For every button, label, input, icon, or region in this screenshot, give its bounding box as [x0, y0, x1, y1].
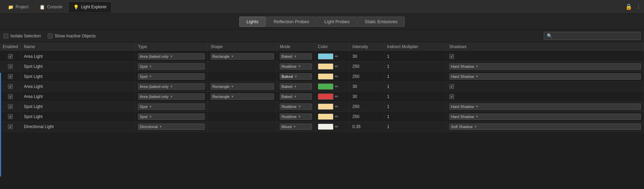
- tab-lights[interactable]: Lights: [239, 17, 266, 27]
- row-1-shadows[interactable]: Hard Shadow▼: [447, 62, 644, 72]
- row-3-type[interactable]: Area (baked only▼: [135, 82, 208, 92]
- row-4-type[interactable]: Area (baked only▼: [135, 92, 208, 102]
- tab-light-probes[interactable]: Light Probes: [317, 17, 357, 27]
- row-0-type[interactable]: Area (baked only▼: [135, 52, 208, 62]
- row-3-indirect-multiplier[interactable]: 1: [384, 82, 447, 92]
- row-7-mode[interactable]: Mixed▼: [277, 122, 315, 132]
- row-3-checkbox[interactable]: [8, 84, 13, 89]
- row-4-mode-select[interactable]: Baked▼: [280, 93, 312, 100]
- search-box[interactable]: 🔍: [544, 32, 641, 40]
- row-5-shadows[interactable]: Hard Shadow▼: [447, 102, 644, 112]
- row-1-shadow-select[interactable]: Hard Shadow▼: [449, 63, 641, 70]
- row-1-mode-select[interactable]: Realtime▼: [280, 63, 312, 70]
- row-2-mode[interactable]: Baked▼: [277, 72, 315, 82]
- row-3-mode-select[interactable]: Baked▼: [280, 83, 312, 90]
- row-7-checkbox[interactable]: [8, 124, 13, 129]
- row-4-intensity[interactable]: 30: [350, 92, 384, 102]
- row-4-shape[interactable]: Rectangle▼: [208, 92, 277, 102]
- row-3-color[interactable]: ✏: [315, 82, 350, 92]
- row-6-intensity[interactable]: 250: [350, 112, 384, 122]
- row-4-shape-select[interactable]: Rectangle▼: [211, 93, 274, 100]
- row-3-intensity[interactable]: 30: [350, 82, 384, 92]
- lock-icon[interactable]: 🔒: [625, 3, 632, 10]
- row-7-color[interactable]: ✏: [315, 122, 350, 132]
- row-5-checkbox[interactable]: [8, 104, 13, 109]
- isolate-selection-item[interactable]: Isolate Selection: [3, 34, 41, 38]
- row-6-mode[interactable]: Realtime▼: [277, 112, 315, 122]
- row-5-type-select[interactable]: Spot▼: [138, 104, 205, 110]
- show-inactive-checkbox[interactable]: [48, 34, 53, 38]
- row-5-intensity[interactable]: 250: [350, 102, 384, 112]
- row-7-intensity[interactable]: 0.35: [350, 122, 384, 132]
- tab-static-emissives[interactable]: Static Emissives: [358, 17, 405, 27]
- row-6-type-select[interactable]: Spot▼: [138, 114, 205, 120]
- row-5-swatch[interactable]: [318, 104, 333, 110]
- row-1-swatch[interactable]: [318, 63, 333, 70]
- row-7-swatch[interactable]: [318, 124, 333, 130]
- row-7-shadow-select[interactable]: Soft Shadow▼: [449, 124, 641, 130]
- row-3-shape-select[interactable]: Rectangle▼: [211, 83, 274, 90]
- row-0-shape-select[interactable]: Rectangle▼: [211, 53, 274, 60]
- eyedropper-icon[interactable]: ✏: [335, 104, 338, 109]
- row-1-type-select[interactable]: Spot▼: [138, 63, 205, 70]
- row-1-indirect-multiplier[interactable]: 1: [384, 62, 447, 72]
- eyedropper-icon[interactable]: ✏: [335, 124, 338, 129]
- tab-project[interactable]: 📁 Project: [3, 1, 34, 12]
- row-6-checkbox[interactable]: [8, 114, 13, 119]
- row-1-shape[interactable]: [208, 62, 277, 72]
- row-3-shape[interactable]: Rectangle▼: [208, 82, 277, 92]
- row-0-indirect-multiplier[interactable]: 1: [384, 52, 447, 62]
- show-inactive-item[interactable]: Show Inactive Objects: [48, 34, 96, 38]
- row-5-shadow-select[interactable]: Hard Shadow▼: [449, 104, 641, 110]
- row-4-shadows[interactable]: [447, 92, 644, 102]
- row-5-type[interactable]: Spot▼: [135, 102, 208, 112]
- eyedropper-icon[interactable]: ✏: [335, 74, 338, 79]
- row-2-checkbox[interactable]: [8, 74, 13, 79]
- eyedropper-icon[interactable]: ✏: [335, 114, 338, 119]
- row-2-shadow-select[interactable]: Hard Shadow▼: [449, 73, 641, 80]
- row-3-swatch[interactable]: [318, 83, 333, 90]
- row-1-intensity[interactable]: 250: [350, 62, 384, 72]
- row-0-mode-select[interactable]: Baked▼: [280, 53, 312, 60]
- row-3-type-select[interactable]: Area (baked only▼: [138, 83, 205, 90]
- row-6-swatch[interactable]: [318, 114, 333, 120]
- row-2-type-select[interactable]: Spot▼: [138, 73, 205, 80]
- eyedropper-icon[interactable]: ✏: [335, 84, 338, 89]
- row-4-mode[interactable]: Baked▼: [277, 92, 315, 102]
- row-3-shadow-checkbox[interactable]: [449, 84, 454, 89]
- row-7-shape[interactable]: [208, 122, 277, 132]
- row-2-enabled[interactable]: [0, 72, 21, 82]
- row-6-mode-select[interactable]: Realtime▼: [280, 114, 312, 120]
- row-0-checkbox[interactable]: [8, 54, 13, 59]
- row-0-swatch[interactable]: [318, 53, 333, 60]
- eyedropper-icon[interactable]: ✏: [335, 94, 338, 99]
- row-2-type[interactable]: Spot▼: [135, 72, 208, 82]
- row-6-shadows[interactable]: Hard Shadow▼: [447, 112, 644, 122]
- row-0-shadow-checkbox[interactable]: [449, 54, 454, 59]
- row-3-enabled[interactable]: [0, 82, 21, 92]
- row-7-type[interactable]: Directional▼: [135, 122, 208, 132]
- row-4-indirect-multiplier[interactable]: 1: [384, 92, 447, 102]
- eyedropper-icon[interactable]: ✏: [335, 54, 338, 59]
- row-0-shadows[interactable]: [447, 52, 644, 62]
- row-2-indirect-multiplier[interactable]: 1: [384, 72, 447, 82]
- row-7-indirect-multiplier[interactable]: 1: [384, 122, 447, 132]
- row-7-enabled[interactable]: [0, 122, 21, 132]
- row-4-shadow-checkbox[interactable]: [449, 94, 454, 99]
- row-6-enabled[interactable]: [0, 112, 21, 122]
- row-7-type-select[interactable]: Directional▼: [138, 124, 205, 130]
- row-4-color[interactable]: ✏: [315, 92, 350, 102]
- row-4-checkbox[interactable]: [8, 94, 13, 99]
- row-5-mode[interactable]: Realtime▼: [277, 102, 315, 112]
- row-7-mode-select[interactable]: Mixed▼: [280, 124, 312, 130]
- row-2-shadows[interactable]: Hard Shadow▼: [447, 72, 644, 82]
- row-1-enabled[interactable]: [0, 62, 21, 72]
- search-input[interactable]: [554, 34, 637, 38]
- tab-console[interactable]: 📋 Console: [34, 1, 67, 12]
- row-2-color[interactable]: ✏: [315, 72, 350, 82]
- row-1-mode[interactable]: Realtime▼: [277, 62, 315, 72]
- row-2-intensity[interactable]: 250: [350, 72, 384, 82]
- row-1-type[interactable]: Spot▼: [135, 62, 208, 72]
- row-4-swatch[interactable]: [318, 93, 333, 100]
- row-2-swatch[interactable]: [318, 73, 333, 80]
